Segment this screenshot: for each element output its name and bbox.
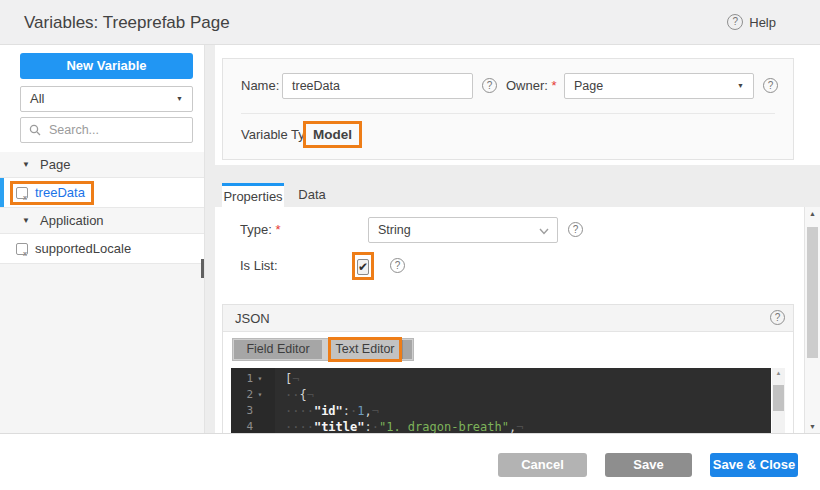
- help-label: Help: [749, 15, 776, 30]
- divider: [241, 113, 775, 114]
- code-line: ····"title":·"1. dragon-breath",¬: [285, 419, 771, 433]
- is-list-help-icon[interactable]: ?: [390, 258, 405, 273]
- save-close-button[interactable]: Save & Close: [710, 453, 798, 477]
- annotation-highlight-texteditor: Text Editor: [328, 337, 402, 362]
- chevron-down-icon: ▼: [176, 87, 183, 111]
- type-select[interactable]: String: [368, 217, 558, 243]
- scroll-up-icon[interactable]: ▲: [772, 370, 785, 376]
- tree-group-page[interactable]: ▼ Page: [0, 152, 204, 178]
- page-title: Variables: Treeprefab Page: [24, 0, 230, 45]
- json-code-editor[interactable]: 1▾2▾34 [¬··{¬····"id":·1,¬····"title":·"…: [231, 368, 771, 433]
- tree-item-treedata[interactable]: x treeData: [0, 178, 204, 208]
- collapse-caret-icon: ▼: [22, 208, 30, 234]
- variable-summary-card: Name: * treeData ? Owner: * Page ▼ ? Var…: [222, 58, 794, 160]
- variables-sidebar: New Variable All ▼ Search... ▼ Page x tr…: [0, 45, 205, 433]
- is-list-checkbox[interactable]: ✔: [357, 259, 369, 275]
- save-button[interactable]: Save: [605, 453, 692, 477]
- tab-bar: Properties Data: [215, 165, 820, 207]
- field-editor-button[interactable]: Field Editor: [234, 340, 322, 359]
- sidebar-scrollbar-thumb[interactable]: [201, 259, 204, 278]
- variable-type-value-annotated: Model: [303, 121, 362, 148]
- properties-tab-content: Type: * String ? Is List: ✔ ? JSON ? Fie…: [215, 207, 820, 433]
- tree-group-application[interactable]: ▼ Application: [0, 208, 204, 234]
- selected-indicator-bar: [0, 178, 4, 207]
- gutter-line: 2▾: [231, 387, 275, 403]
- owner-help-icon[interactable]: ?: [763, 78, 778, 93]
- code-line: ··{¬: [285, 387, 771, 403]
- panel-scrollbar[interactable]: ▲ ▼: [804, 207, 820, 433]
- help-link[interactable]: ? Help: [727, 14, 776, 30]
- type-label: Type: *: [240, 217, 280, 243]
- dialog-footer: Cancel Save Save & Close: [0, 433, 820, 490]
- cancel-button[interactable]: Cancel: [498, 453, 587, 477]
- chevron-down-icon: [539, 228, 549, 235]
- editor-scrollbar-thumb[interactable]: [773, 385, 784, 411]
- help-icon: ?: [727, 14, 743, 30]
- panel-scrollbar-thumb[interactable]: [807, 227, 818, 358]
- scroll-up-icon[interactable]: ▲: [805, 210, 820, 217]
- owner-label: Owner: *: [506, 73, 557, 99]
- variable-filter-select[interactable]: All ▼: [20, 86, 193, 112]
- is-list-label: Is List:: [240, 253, 278, 279]
- tab-properties[interactable]: Properties: [222, 183, 284, 207]
- tree-item-label: supportedLocale: [35, 234, 131, 264]
- filter-selected-value: All: [30, 87, 44, 111]
- variable-detail-panel: Name: * treeData ? Owner: * Page ▼ ? Var…: [215, 45, 820, 433]
- variable-icon: x: [16, 187, 28, 199]
- name-field-value: treeData: [292, 74, 340, 98]
- json-help-icon[interactable]: ?: [770, 310, 785, 325]
- code-lines: [¬··{¬····"id":·1,¬····"title":·"1. drag…: [275, 368, 771, 433]
- required-asterisk: *: [552, 78, 557, 93]
- text-editor-button[interactable]: Text Editor: [331, 340, 399, 359]
- required-asterisk: *: [275, 222, 280, 237]
- tree-group-label: Application: [40, 208, 104, 234]
- owner-select[interactable]: Page ▼: [564, 73, 754, 99]
- tree-group-label: Page: [40, 152, 70, 178]
- collapse-caret-icon: ▼: [22, 152, 30, 178]
- json-section-title: JSON: [235, 305, 270, 332]
- json-section: JSON ? Field Editor Text Editor 1▾2▾34 […: [222, 304, 794, 433]
- type-selected-value: String: [378, 218, 411, 242]
- tree-item-label: treeData: [35, 178, 85, 208]
- annotation-highlight-islist: ✔: [352, 252, 374, 280]
- name-field[interactable]: treeData: [282, 73, 473, 99]
- tab-data[interactable]: Data: [284, 183, 340, 207]
- code-gutter: 1▾2▾34: [231, 368, 275, 433]
- type-help-icon[interactable]: ?: [568, 222, 583, 237]
- gutter-line: 4: [231, 419, 275, 433]
- name-help-icon[interactable]: ?: [482, 78, 497, 93]
- scroll-down-icon[interactable]: ▼: [805, 423, 820, 430]
- new-variable-button[interactable]: New Variable: [20, 53, 193, 79]
- variable-summary-section: Name: * treeData ? Owner: * Page ▼ ? Var…: [215, 45, 820, 165]
- code-line: ····"id":·1,¬: [285, 403, 771, 419]
- editor-mode-toggle: Field Editor Text Editor: [232, 338, 414, 361]
- sidebar-empty-area: [0, 264, 204, 433]
- tree-item-supportedlocale[interactable]: x supportedLocale: [0, 234, 204, 264]
- chevron-down-icon: ▼: [737, 74, 744, 98]
- gutter-line: 1▾: [231, 371, 275, 387]
- variable-icon: x: [16, 243, 28, 255]
- search-icon: [29, 124, 41, 136]
- owner-selected-value: Page: [574, 74, 603, 98]
- json-section-header: JSON ?: [223, 305, 793, 332]
- search-input[interactable]: Search...: [20, 117, 193, 143]
- gutter-line: 3: [231, 403, 275, 419]
- variables-tree: ▼ Page x treeData ▼ Application x suppor…: [0, 152, 204, 264]
- name-label: Name: *: [241, 73, 288, 99]
- search-placeholder: Search...: [49, 118, 99, 142]
- editor-scrollbar[interactable]: ▲: [772, 368, 785, 433]
- code-line: [¬: [285, 371, 771, 387]
- toggle-end-cap: [402, 340, 412, 359]
- dialog-header: Variables: Treeprefab Page ? Help: [0, 0, 820, 45]
